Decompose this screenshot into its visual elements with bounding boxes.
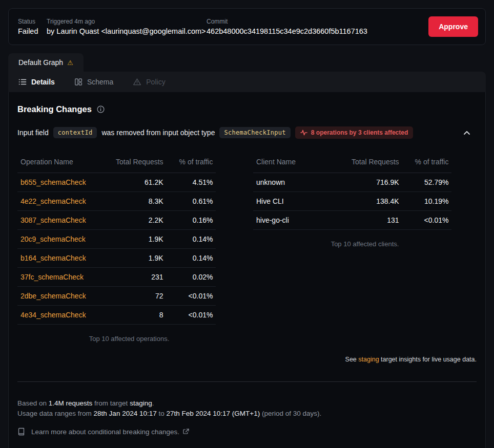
operation-requests: 8.3K: [113, 192, 167, 211]
col-header-total-requests: Total Requests: [113, 152, 167, 173]
schema-icon: [74, 78, 83, 86]
status-value: Failed: [18, 27, 47, 35]
warning-triangle-icon: [133, 78, 141, 86]
client-traffic: 10.19%: [402, 192, 452, 211]
info-icon[interactable]: [97, 105, 105, 113]
breaking-change-row[interactable]: Input field contextId was removed from i…: [17, 126, 477, 139]
tab-default-graph-label: Default Graph: [18, 58, 63, 67]
range-to-date: 27th Feb 2024 10:17 (GMT+1): [166, 410, 260, 417]
client-name: hive-go-cli: [253, 211, 348, 230]
operation-link[interactable]: 37fc_schemaCheck: [20, 273, 84, 281]
col-header-traffic: % of traffic: [402, 152, 452, 173]
operation-link[interactable]: 4e22_schemaCheck: [20, 197, 86, 205]
based-on-mid: from target: [92, 399, 130, 407]
check-status-header: Status Failed Triggered 4m ago by Laurin…: [8, 8, 486, 45]
table-row: b655_schemaCheck 61.2K 4.51%: [17, 173, 216, 192]
operations-table-note: Top 10 affected operations.: [17, 325, 241, 343]
operation-link[interactable]: 3087_schemaCheck: [20, 216, 86, 224]
status-label: Status: [18, 18, 47, 25]
operation-traffic: 0.02%: [167, 268, 216, 287]
operation-requests: 1.9K: [113, 249, 167, 268]
affected-operations-badge[interactable]: 8 operations by 3 clients affected: [295, 126, 413, 139]
toolbar-item-policy[interactable]: Policy: [133, 78, 165, 86]
check-detail-area: Default Graph ⚠ Details Schema: [8, 53, 486, 448]
commit-hash: 462b48000c34198115c34e9c2d3660f5b1167163: [207, 27, 428, 35]
triggered-label: Triggered 4m ago: [47, 18, 207, 25]
collapse-toggle[interactable]: [463, 131, 470, 135]
tab-default-graph[interactable]: Default Graph ⚠: [8, 53, 84, 72]
operations-table-container: Operation Name Total Requests % of traff…: [17, 152, 241, 343]
table-row: 20c9_schemaCheck 1.9K 0.14%: [17, 230, 216, 249]
operation-requests: 72: [113, 287, 167, 306]
clients-table-note: Top 10 affected clients.: [253, 230, 477, 248]
toolbar-item-schema[interactable]: Schema: [74, 78, 113, 86]
triggered-author: by Laurin Quast <laurinquast@googlemail.…: [47, 27, 207, 35]
client-name: Hive CLI: [253, 192, 348, 211]
table-row: 37fc_schemaCheck 231 0.02%: [17, 268, 216, 287]
table-row: 2dbe_schemaCheck 72 <0.01%: [17, 287, 216, 306]
col-header-operation-name: Operation Name: [17, 152, 113, 173]
usage-tables: Operation Name Total Requests % of traff…: [17, 152, 477, 343]
insights-note: See staging target insights for live usa…: [17, 356, 477, 363]
table-row: hive-go-cli 131 <0.01%: [253, 211, 451, 230]
table-row: b164_schemaCheck 1.9K 0.14%: [17, 249, 216, 268]
tab-warning-icon: ⚠: [67, 59, 73, 66]
operation-traffic: 4.51%: [167, 173, 216, 192]
approve-button[interactable]: Approve: [428, 16, 478, 37]
operation-requests: 1.9K: [113, 230, 167, 249]
breaking-changes-header: Breaking Changes: [17, 104, 477, 114]
usage-summary: Based on 1.4M requests from target stagi…: [17, 398, 477, 419]
table-row: 4e34_schemaCheck 8 <0.01%: [17, 306, 216, 325]
operation-requests: 2.2K: [113, 211, 167, 230]
col-header-client-name: Client Name: [253, 152, 348, 173]
operation-link[interactable]: 20c9_schemaCheck: [20, 235, 86, 243]
operation-traffic: 0.61%: [167, 192, 216, 211]
operation-requests: 61.2K: [113, 173, 167, 192]
external-link-icon: [183, 429, 189, 435]
insights-note-pre: See: [345, 356, 359, 363]
operation-traffic: 0.14%: [167, 230, 216, 249]
staging-target-link[interactable]: staging: [358, 356, 379, 363]
affected-badge-label: 8 operations by 3 clients affected: [311, 129, 408, 136]
chevron-up-icon: [463, 131, 470, 135]
table-row: 3087_schemaCheck 2.2K 0.16%: [17, 211, 216, 230]
operation-link[interactable]: b655_schemaCheck: [20, 178, 86, 186]
clients-table-header-row: Client Name Total Requests % of traffic: [253, 152, 451, 173]
client-requests: 716.9K: [348, 173, 402, 192]
graph-tab-row: Default Graph ⚠: [8, 53, 486, 72]
client-name: unknown: [253, 173, 348, 192]
footer-divider: [17, 381, 477, 382]
toolbar-policy-label: Policy: [146, 78, 165, 86]
toolbar-details-label: Details: [31, 78, 55, 86]
operation-link[interactable]: b164_schemaCheck: [20, 254, 86, 262]
change-field-code: contextId: [53, 127, 97, 138]
learn-more-link[interactable]: Learn more about conditional breaking ch…: [31, 428, 179, 436]
table-row: 4e22_schemaCheck 8.3K 0.61%: [17, 192, 216, 211]
toolbar-schema-label: Schema: [87, 78, 113, 86]
details-panel: Breaking Changes Input field contextId w…: [8, 92, 486, 448]
based-on-post: .: [152, 399, 154, 407]
table-row: Hive CLI 138.4K 10.19%: [253, 192, 451, 211]
change-type-code: SchemaCheckInput: [219, 127, 290, 138]
client-requests: 131: [348, 211, 402, 230]
change-text-prefix: Input field: [17, 129, 49, 137]
list-icon: [18, 78, 27, 86]
operations-table: Operation Name Total Requests % of traff…: [17, 152, 216, 325]
based-on-line: Based on 1.4M requests from target stagi…: [17, 398, 477, 409]
operation-traffic: <0.01%: [167, 306, 216, 325]
operation-link[interactable]: 2dbe_schemaCheck: [20, 292, 86, 300]
check-toolbar: Details Schema Policy: [8, 72, 486, 92]
operation-requests: 231: [113, 268, 167, 287]
operations-table-header-row: Operation Name Total Requests % of traff…: [17, 152, 216, 173]
insights-note-post: target insights for live usage data.: [379, 356, 477, 363]
status-column: Status Failed: [18, 18, 47, 35]
toolbar-item-details[interactable]: Details: [18, 78, 55, 86]
operation-link[interactable]: 4e34_schemaCheck: [20, 311, 86, 319]
date-range-line: Usage data ranges from 28th Jan 2024 10:…: [17, 409, 477, 419]
learn-more-row[interactable]: Learn more about conditional breaking ch…: [17, 428, 477, 436]
operation-traffic: <0.01%: [167, 287, 216, 306]
col-header-traffic: % of traffic: [167, 152, 216, 173]
range-pre: Usage data ranges from: [17, 410, 94, 417]
operation-traffic: 0.14%: [167, 249, 216, 268]
client-traffic: 52.79%: [402, 173, 452, 192]
